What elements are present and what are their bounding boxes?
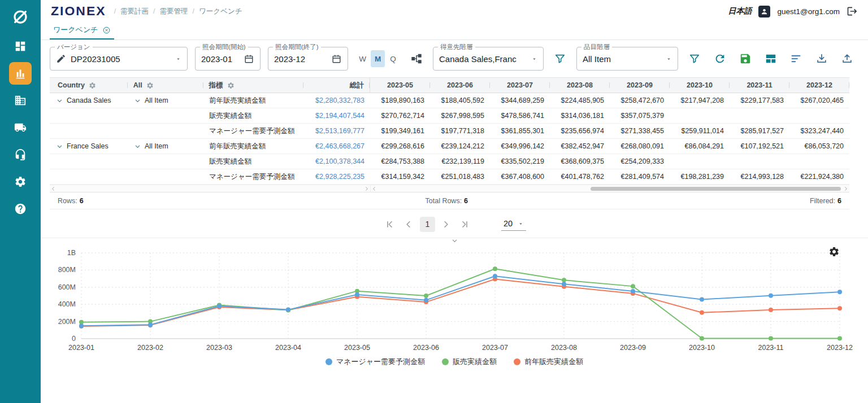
column-header-month[interactable]: 2023-07	[490, 78, 550, 93]
cell-value[interactable]: €232,139,119	[430, 154, 490, 169]
scroll-left-icon[interactable]	[371, 186, 377, 192]
cell-total[interactable]: €2,463,668,267	[304, 139, 370, 154]
data-point[interactable]	[837, 306, 842, 310]
cell-value[interactable]: €368,609,375	[550, 154, 610, 169]
data-point[interactable]	[562, 282, 566, 286]
column-header-month[interactable]: 2023-06	[430, 78, 490, 93]
cell-country[interactable]: France Sales	[50, 139, 128, 154]
cell-value[interactable]: €198,281,239	[670, 169, 730, 184]
cell-value[interactable]: €299,268,616	[370, 139, 430, 154]
data-point[interactable]	[355, 292, 359, 297]
cell-value[interactable]	[670, 154, 730, 169]
sidebar-item-operations[interactable]	[9, 89, 32, 112]
download-icon[interactable]	[813, 50, 831, 68]
prev-page-button[interactable]	[401, 217, 416, 231]
align-lines-icon[interactable]	[787, 50, 805, 68]
sidebar-item-support[interactable]	[9, 143, 32, 166]
cell-value[interactable]: €401,478,762	[550, 169, 610, 184]
logout-icon[interactable]	[847, 6, 858, 17]
data-point[interactable]	[493, 266, 497, 271]
data-point[interactable]	[700, 336, 704, 341]
data-point[interactable]	[424, 298, 428, 303]
data-point[interactable]	[700, 310, 704, 315]
month-pane-scrollbar[interactable]	[370, 185, 849, 192]
legend-item[interactable]: 販売実績金額	[442, 357, 497, 367]
chart-settings-icon[interactable]	[828, 246, 840, 259]
sidebar-item-help[interactable]	[9, 198, 32, 220]
chevron-down-icon[interactable]	[55, 97, 64, 105]
fixed-pane-scrollbar[interactable]	[50, 185, 370, 192]
column-gear-icon[interactable]	[89, 82, 96, 89]
cell-value[interactable]: €107,192,521	[730, 139, 789, 154]
granularity-quarter-button[interactable]: Q	[386, 50, 400, 67]
calendar-icon[interactable]	[244, 54, 254, 64]
cell-value[interactable]: €268,080,091	[610, 139, 670, 154]
cell-value[interactable]: €221,924,380	[789, 169, 849, 184]
sidebar-item-logistics[interactable]	[9, 116, 32, 139]
scrollbar-thumb[interactable]	[591, 187, 841, 191]
cell-total[interactable]: $2,194,407,544	[304, 108, 370, 123]
data-point[interactable]	[217, 304, 222, 308]
period-end-input[interactable]: 照会期間(終了) 2023-12	[268, 47, 348, 71]
next-page-button[interactable]	[439, 217, 454, 231]
sidebar-item-dashboard[interactable]	[9, 35, 32, 58]
column-header-month[interactable]: 2023-11	[730, 78, 789, 93]
column-gear-icon[interactable]	[227, 82, 235, 89]
data-point[interactable]	[769, 294, 773, 298]
cell-value[interactable]: $199,349,161	[370, 124, 430, 138]
cell-value[interactable]: $314,036,181	[550, 108, 610, 123]
cell-value[interactable]: €86,084,291	[670, 139, 730, 154]
item-filter-icon[interactable]	[685, 50, 704, 68]
cell-value[interactable]: €86,053,720	[789, 139, 849, 154]
last-page-button[interactable]	[458, 217, 472, 231]
cell-value[interactable]: $189,890,163	[370, 93, 430, 108]
item-hierarchy-select[interactable]: 品目階層 All Item	[576, 47, 678, 71]
data-point[interactable]	[79, 323, 84, 328]
cell-value[interactable]: $235,656,974	[550, 124, 610, 138]
cell-value[interactable]: $217,947,208	[670, 93, 730, 108]
cell-value[interactable]: $357,075,379	[610, 108, 670, 123]
cell-value[interactable]: €251,018,483	[430, 169, 490, 184]
cell-total[interactable]: $2,280,332,783	[304, 93, 370, 108]
data-point[interactable]	[769, 336, 773, 341]
breadcrumb-item-workbench[interactable]: ワークベンチ	[199, 7, 242, 16]
cell-value[interactable]	[789, 154, 849, 169]
version-select[interactable]: バージョン DP20231005	[50, 47, 188, 71]
app-logo-icon[interactable]	[8, 5, 32, 29]
cell-value[interactable]: $285,917,527	[730, 124, 789, 138]
cell-value[interactable]: $323,247,440	[789, 124, 849, 138]
cell-value[interactable]: €367,408,600	[490, 169, 550, 184]
cell-value[interactable]: $197,771,318	[430, 124, 490, 138]
column-header-country[interactable]: Country	[50, 78, 128, 93]
cell-value[interactable]: $224,485,905	[550, 93, 610, 108]
cell-value[interactable]: $267,020,465	[789, 93, 849, 108]
tab-workbench[interactable]: ワークベンチ	[50, 22, 114, 40]
cell-value[interactable]	[730, 154, 789, 169]
data-point[interactable]	[148, 322, 153, 327]
cell-total[interactable]: €2,928,225,235	[304, 169, 370, 184]
scroll-left-icon[interactable]	[50, 186, 57, 192]
current-page[interactable]: 1	[420, 217, 435, 232]
first-page-button[interactable]	[383, 217, 397, 231]
cell-value[interactable]: €335,502,219	[490, 154, 550, 169]
cell-value[interactable]: €281,409,574	[610, 169, 670, 184]
user-avatar-icon[interactable]	[758, 6, 770, 17]
chevron-down-icon[interactable]	[55, 142, 64, 151]
data-point[interactable]	[837, 336, 842, 341]
cell-value[interactable]: $344,689,259	[490, 93, 550, 108]
collapse-chevron-icon[interactable]	[450, 236, 459, 245]
cell-value[interactable]: $258,472,670	[610, 93, 670, 108]
column-gear-icon[interactable]	[146, 82, 154, 89]
cell-total[interactable]: $2,513,169,777	[304, 124, 370, 138]
cell-value[interactable]: $271,338,455	[610, 124, 670, 138]
granularity-month-button[interactable]: M	[371, 50, 385, 67]
cell-value[interactable]: $188,405,592	[430, 93, 490, 108]
language-selector[interactable]: 日本語	[728, 6, 752, 16]
cell-total[interactable]: €2,100,378,344	[304, 154, 370, 169]
cell-value[interactable]: $478,586,741	[490, 108, 550, 123]
table-view-icon[interactable]	[762, 50, 780, 68]
scroll-right-icon[interactable]	[843, 186, 849, 192]
cell-value[interactable]	[789, 108, 849, 123]
sidebar-item-analytics[interactable]	[9, 62, 32, 85]
breadcrumb-item-demand-mgmt[interactable]: 需要管理	[160, 7, 188, 16]
